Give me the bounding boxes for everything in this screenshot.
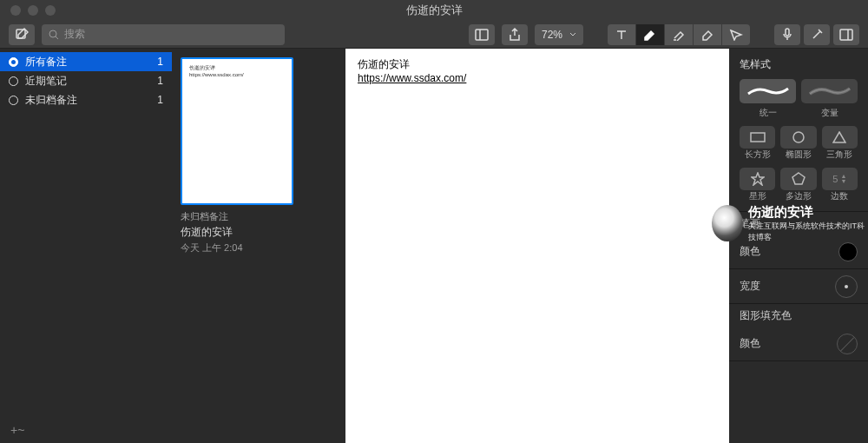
editor-link[interactable]: https://www.ssdax.com/ <box>358 72 466 84</box>
zoom-value: 72% <box>542 29 562 41</box>
pen-style-title: 笔样式 <box>740 57 858 72</box>
sidebar-item-unfiled[interactable]: 未归档备注 1 <box>0 90 172 109</box>
sidebar-item-recent[interactable]: 近期笔记 1 <box>0 71 172 90</box>
svg-rect-2 <box>476 30 488 40</box>
maximize-window[interactable] <box>45 5 56 16</box>
note-thumbnail[interactable]: 伤逝的安详 https://www.ssdax.com/ <box>181 57 293 205</box>
note-date: 今天 上午 2:04 <box>181 241 337 255</box>
svg-rect-4 <box>786 29 789 36</box>
shape-ellipse[interactable] <box>780 126 816 149</box>
chevron-down-icon <box>569 32 576 37</box>
notes-list: 伤逝的安详 https://www.ssdax.com/ 未归档备注 伤逝的安详… <box>172 49 345 443</box>
stroke-variable-label: 变量 <box>801 107 858 119</box>
stroke-width-row[interactable]: 宽度 <box>729 269 868 304</box>
edit-tools <box>608 24 750 45</box>
editor[interactable]: 伤逝的安详 https://www.ssdax.com/ <box>345 49 729 443</box>
close-window[interactable] <box>10 5 21 16</box>
sidebar-item-label: 未归档备注 <box>25 93 77 108</box>
window-title: 伤逝的安详 <box>406 3 463 18</box>
shape-star[interactable] <box>740 168 775 190</box>
fill-section-header: 图形填充色 <box>729 304 868 327</box>
plus-icon: +~ <box>10 423 24 437</box>
stroke-uniform[interactable] <box>740 79 796 103</box>
editor-line: 伤逝的安详 <box>358 57 717 72</box>
star-label: 星形 <box>740 190 775 202</box>
polygon-label: 多边形 <box>780 190 816 202</box>
thumb-line: https://www.ssdax.com/ <box>189 72 285 77</box>
sidebar-item-all[interactable]: 所有备注 1 <box>0 52 172 71</box>
svg-rect-7 <box>751 133 765 142</box>
radio-icon <box>9 76 18 86</box>
svg-point-8 <box>793 132 804 142</box>
wand-button[interactable] <box>804 24 830 45</box>
mic-button[interactable] <box>774 24 800 45</box>
speech-tool[interactable] <box>722 24 750 45</box>
stroke-color-row[interactable]: 颜色 <box>729 235 868 269</box>
sidebar-item-count: 1 <box>157 75 163 87</box>
svg-rect-5 <box>840 30 852 40</box>
sides-label: 边数 <box>822 190 858 202</box>
highlighter-tool[interactable] <box>665 24 693 45</box>
compose-button[interactable] <box>9 24 35 45</box>
minimize-window[interactable] <box>28 5 38 16</box>
rect-label: 长方形 <box>740 149 775 161</box>
shape-rectangle[interactable] <box>740 126 775 149</box>
inspector-toggle[interactable] <box>833 24 859 45</box>
triangle-label: 三角形 <box>822 149 858 161</box>
stroke-variable[interactable] <box>801 79 858 103</box>
toolbar: 搜索 72% <box>0 21 868 49</box>
radio-icon <box>9 57 18 67</box>
stroke-uniform-label: 统一 <box>740 107 796 119</box>
inspector: 笔样式 统一 变量 长方形 椭圆形 三角形 5▲▼ <box>729 49 868 443</box>
traffic-lights <box>0 5 56 16</box>
thumb-line: 伤逝的安详 <box>189 64 285 72</box>
titlebar: 伤逝的安详 <box>0 0 868 21</box>
color-swatch[interactable] <box>838 242 858 261</box>
shape-triangle[interactable] <box>822 126 858 149</box>
sidebar-item-count: 1 <box>157 94 163 106</box>
content: 所有备注 1 近期笔记 1 未归档备注 1 +~ 伤逝的安详 https://w… <box>0 49 868 443</box>
color-label: 颜色 <box>740 244 838 259</box>
add-collection-button[interactable]: +~ <box>0 417 172 443</box>
zoom-selector[interactable]: 72% <box>535 24 583 45</box>
sidebar-item-count: 1 <box>157 56 163 68</box>
width-label: 宽度 <box>740 279 835 294</box>
note-meta: 未归档备注 <box>181 210 337 223</box>
search-input[interactable]: 搜索 <box>42 24 285 45</box>
shape-polygon[interactable] <box>780 168 816 190</box>
text-tool[interactable] <box>608 24 635 45</box>
stroke-section-header: 笔画 <box>729 212 868 235</box>
sides-stepper[interactable]: 5▲▼ <box>822 168 858 190</box>
fill-none-swatch[interactable] <box>837 334 858 354</box>
sidebar: 所有备注 1 近期笔记 1 未归档备注 1 +~ <box>0 49 172 443</box>
marker-tool[interactable] <box>636 24 664 45</box>
note-title: 伤逝的安详 <box>181 225 337 240</box>
svg-point-1 <box>49 30 56 37</box>
fill-color-label: 颜色 <box>740 336 837 351</box>
sidebar-item-label: 所有备注 <box>25 55 67 69</box>
share-button[interactable] <box>502 24 528 45</box>
sidebar-toggle[interactable] <box>469 24 495 45</box>
fill-color-row[interactable]: 颜色 <box>729 327 868 361</box>
sidebar-list: 所有备注 1 近期笔记 1 未归档备注 1 <box>0 49 172 417</box>
radio-icon <box>9 96 18 105</box>
search-placeholder: 搜索 <box>64 27 85 42</box>
eraser-tool[interactable] <box>694 24 721 45</box>
width-swatch[interactable] <box>835 275 858 298</box>
ellipse-label: 椭圆形 <box>780 149 816 161</box>
sidebar-item-label: 近期笔记 <box>25 74 67 89</box>
pen-style-section: 笔样式 统一 变量 长方形 椭圆形 三角形 5▲▼ <box>729 49 868 212</box>
